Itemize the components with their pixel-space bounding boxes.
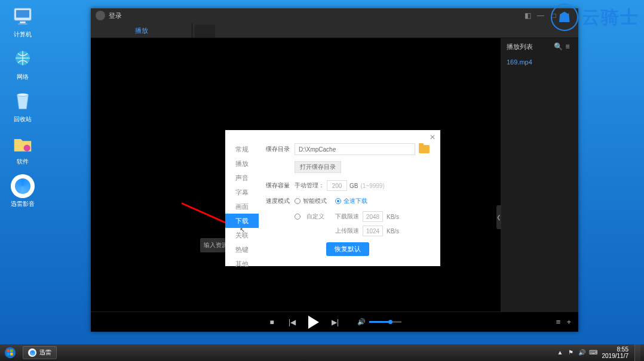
login-link[interactable]: 登录	[109, 11, 122, 20]
stop-button[interactable]: ■	[268, 318, 276, 326]
desktop-label: 软件	[17, 158, 29, 166]
svg-rect-11	[10, 353, 13, 356]
cap-unit: GB	[349, 183, 358, 189]
desktop-label: 迅雷影音	[11, 200, 35, 208]
start-button[interactable]	[0, 344, 20, 361]
tray-flag-icon[interactable]: ⚑	[568, 349, 575, 356]
sidebar-toggle[interactable]: ❮	[496, 205, 501, 229]
desktop-label: 网络	[17, 73, 29, 81]
dl-limit-input[interactable]: 2048	[363, 211, 383, 222]
ul-unit: KB/s	[387, 228, 399, 235]
full-speed-label: 全速下载	[344, 197, 367, 205]
desktop-icons: 计算机 网络 回收站 软件 迅雷影音	[6, 5, 39, 208]
dl-unit: KB/s	[387, 214, 399, 220]
dl-limit-label: 下载限速	[335, 212, 359, 221]
dialog-close-icon[interactable]: ✕	[430, 133, 436, 141]
smart-mode-label: 智能模式	[303, 197, 327, 205]
network-icon	[11, 47, 35, 71]
nav-hotkey[interactable]: 热键	[225, 242, 259, 257]
play-icon	[308, 316, 319, 329]
nav-download-label: 下载	[235, 217, 249, 226]
svg-rect-1	[16, 10, 29, 18]
desktop-icon-computer[interactable]: 计算机	[6, 5, 39, 39]
browse-folder-icon[interactable]	[419, 145, 430, 153]
play-button[interactable]	[308, 316, 319, 329]
search-icon[interactable]: 🔍	[553, 42, 563, 51]
playlist-toggle-icon[interactable]: ≡	[556, 317, 561, 326]
player-window: 登录 ◧ — □ ✕ 播放 输入资源链接 ❮ ✕ 常规 播放 声音 字幕	[91, 8, 578, 332]
nav-playback[interactable]: 播放	[225, 156, 259, 171]
svg-rect-3	[18, 23, 27, 24]
ul-limit-label: 上传限速	[335, 227, 359, 235]
avatar-icon[interactable]	[96, 11, 105, 20]
playlist-title: 播放列表	[507, 42, 553, 51]
desktop-icon-recycle[interactable]: 回收站	[6, 90, 39, 124]
taskbar-app-xunlei[interactable]: 迅雷	[23, 346, 57, 359]
playlist-header: 播放列表 🔍 ≡	[501, 38, 578, 55]
nav-download[interactable]: 下载 ↖	[225, 214, 259, 228]
desktop-icon-network[interactable]: 网络	[6, 47, 39, 81]
svg-rect-2	[20, 21, 26, 23]
custom-label: 自定义	[306, 212, 324, 221]
xunlei-app-icon	[11, 174, 35, 198]
manual-mgmt-label: 手动管理：	[295, 181, 324, 190]
taskbar: 迅雷 ▲ ⚑ 🔊 ⌨ 8:55 2019/11/7	[0, 344, 644, 361]
taskbar-app-label: 迅雷	[39, 348, 51, 357]
volume-icon[interactable]: 🔊	[357, 318, 366, 326]
computer-icon	[11, 5, 35, 29]
cache-cap-input[interactable]: 200	[327, 180, 347, 191]
settings-nav: 常规 播放 声音 字幕 画面 下载 ↖ 关联 热键 其他	[225, 130, 259, 266]
video-stage[interactable]: 输入资源链接 ❮ ✕ 常规 播放 声音 字幕 画面 下载 ↖	[91, 38, 501, 311]
playlist-item[interactable]: 169.mp4	[501, 55, 578, 69]
desktop-icon-software[interactable]: 软件	[6, 132, 39, 166]
clock-date: 2019/11/7	[602, 353, 629, 359]
volume-slider[interactable]	[369, 321, 401, 323]
tabbar: 播放	[91, 23, 578, 38]
watermark: ☗ 云骑士	[551, 4, 639, 31]
titlebar[interactable]: 登录 ◧ — □ ✕	[91, 8, 578, 23]
add-media-icon[interactable]: +	[566, 317, 571, 326]
recycle-icon	[11, 90, 35, 113]
xunlei-taskbar-icon	[28, 348, 36, 357]
radio-custom[interactable]	[295, 214, 300, 220]
svg-point-5	[17, 94, 29, 97]
settings-body: 缓存目录 D:\XmpCache 打开缓存目录 缓存容量 手动管理： 200 G…	[259, 130, 440, 266]
cache-dir-input[interactable]: D:\XmpCache	[295, 143, 415, 155]
desktop-label: 计算机	[14, 30, 32, 39]
player-controls: ■ |◀ ▶| 🔊 ≡ +	[91, 311, 578, 332]
nav-picture[interactable]: 画面	[225, 199, 259, 214]
watermark-text: 云骑士	[582, 5, 639, 30]
nav-subtitle[interactable]: 字幕	[225, 185, 259, 199]
cache-cap-label: 缓存容量	[266, 181, 295, 190]
clock-time: 8:55	[617, 346, 628, 353]
nav-general[interactable]: 常规	[225, 142, 259, 156]
radio-smart-mode[interactable]	[295, 198, 300, 204]
playlist-panel: 播放列表 🔍 ≡ 169.mp4	[501, 38, 578, 311]
settings-dialog: ✕ 常规 播放 声音 字幕 画面 下载 ↖ 关联 热键 其他	[225, 130, 440, 266]
folder-icon	[11, 132, 35, 156]
menu-icon[interactable]: ≡	[563, 42, 572, 51]
watermark-icon: ☗	[551, 4, 578, 31]
show-desktop-button[interactable]	[634, 344, 640, 361]
prev-button[interactable]: |◀	[288, 318, 296, 326]
clock[interactable]: 8:55 2019/11/7	[600, 346, 631, 359]
ul-limit-input[interactable]: 1024	[363, 226, 383, 236]
nav-sound[interactable]: 声音	[225, 171, 259, 185]
skin-button[interactable]: ◧	[521, 11, 534, 20]
desktop-icon-xunlei[interactable]: 迅雷影音	[6, 174, 39, 208]
nav-assoc[interactable]: 关联	[225, 228, 259, 242]
tray-volume-icon[interactable]: 🔊	[578, 349, 585, 356]
nav-other[interactable]: 其他	[225, 257, 259, 271]
open-cache-dir-button[interactable]: 打开缓存目录	[295, 161, 341, 173]
tab-playing[interactable]: 播放	[91, 23, 192, 38]
minimize-button[interactable]: —	[534, 11, 547, 20]
tray-expand-icon[interactable]: ▲	[557, 349, 564, 356]
restore-default-button[interactable]: 恢复默认	[326, 242, 369, 256]
speed-mode-label: 速度模式	[266, 197, 295, 205]
svg-rect-9	[10, 350, 13, 353]
tab-new[interactable]	[195, 24, 215, 38]
next-button[interactable]: ▶|	[331, 318, 339, 326]
tray-ime-icon[interactable]: ⌨	[589, 349, 596, 356]
radio-full-speed[interactable]	[335, 198, 341, 204]
svg-rect-8	[7, 350, 10, 353]
